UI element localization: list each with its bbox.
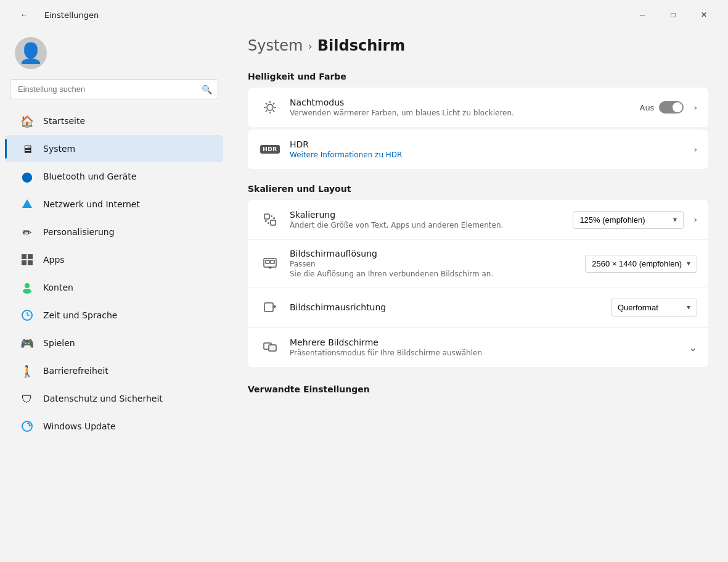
system-icon: 🖥	[20, 141, 35, 156]
konten-icon	[20, 280, 35, 295]
ausrichtung-text: Bildschirmausrichtung	[290, 302, 611, 312]
verwandte-title: Verwandte Einstellungen	[248, 384, 708, 394]
sidebar-item-label: Windows Update	[43, 421, 116, 431]
content-area: System › Bildschirm Helligkeit und Farbe	[228, 25, 728, 562]
section-title-skalieren: Skalieren und Layout	[248, 184, 708, 194]
nachtmodus-toggle[interactable]	[659, 101, 684, 114]
nachtmodus-label: Nachtmodus	[290, 97, 639, 107]
app-body: 👤 🔍 🏠 Startseite 🖥 System ⬤ Bluetooth un…	[0, 25, 728, 562]
skalierung-value: 125% (empfohlen)	[579, 215, 645, 225]
zeit-icon	[20, 308, 35, 323]
svg-line-19	[273, 103, 274, 104]
hdr-desc[interactable]: Weitere Informationen zu HDR	[290, 151, 689, 159]
nachtmodus-control: Aus ›	[639, 101, 697, 114]
sidebar-item-label: Barrierefreiheit	[43, 366, 108, 376]
aufloesung-dropdown[interactable]: 2560 × 1440 (empfohlen) ▾	[585, 255, 697, 273]
sidebar-item-label: Personalisierung	[43, 227, 115, 237]
sidebar-item-barrierefreiheit[interactable]: 🚶 Barrierefreiheit	[5, 357, 223, 384]
aufloesung-control: 2560 × 1440 (empfohlen) ▾	[585, 255, 697, 273]
sidebar-item-netzwerk[interactable]: Netzwerk und Internet	[5, 191, 223, 218]
svg-point-5	[25, 283, 30, 288]
sidebar-item-label: Startseite	[43, 116, 85, 126]
skalierung-icon	[259, 209, 281, 231]
svg-marker-0	[22, 199, 32, 208]
personalisierung-icon: ✏️	[20, 225, 35, 239]
nachtmodus-icon	[259, 96, 281, 118]
hdr-icon: HDR	[259, 138, 281, 160]
mehrere-row[interactable]: Mehrere Bildschirme Präsentationsmodus f…	[248, 328, 708, 367]
hdr-control: ›	[689, 144, 697, 154]
skalierung-text: Skalierung Ändert die Größe von Text, Ap…	[290, 210, 573, 229]
svg-line-18	[266, 110, 267, 112]
sidebar-profile: 👤	[0, 25, 228, 79]
svg-line-16	[266, 103, 267, 104]
svg-point-11	[267, 104, 273, 110]
hdr-text: HDR Weitere Informationen zu HDR	[290, 139, 689, 159]
hdr-row[interactable]: HDR HDR Weitere Informationen zu HDR ›	[248, 130, 708, 169]
home-icon: 🏠	[20, 114, 35, 128]
close-button[interactable]: ✕	[690, 5, 718, 25]
hdr-badge: HDR	[260, 145, 279, 154]
skalierung-row[interactable]: Skalierung Ändert die Größe von Text, Ap…	[248, 200, 708, 240]
sidebar-item-startseite[interactable]: 🏠 Startseite	[5, 107, 223, 134]
ausrichtung-control: Querformat ▾	[611, 299, 697, 316]
section-title-helligkeit: Helligkeit und Farbe	[248, 72, 708, 81]
title-bar: ← Einstellungen ─ □ ✕	[0, 0, 728, 25]
sidebar-item-zeit[interactable]: Zeit und Sprache	[5, 302, 223, 329]
title-bar-title: Einstellungen	[44, 10, 99, 20]
aufloesung-value: 2560 × 1440 (empfohlen)	[592, 259, 682, 268]
skalierung-dropdown-chevron: ▾	[673, 215, 677, 224]
spielen-icon: 🎮	[20, 336, 35, 350]
aufloesung-row[interactable]: Bildschirmauflösung Passen Sie die Auflö…	[248, 240, 708, 287]
svg-rect-3	[22, 260, 27, 265]
svg-rect-30	[269, 345, 276, 351]
search-input[interactable]	[10, 79, 218, 99]
sidebar-item-bluetooth[interactable]: ⬤ Bluetooth und Geräte	[5, 163, 223, 190]
ausrichtung-row[interactable]: Bildschirmausrichtung Querformat ▾	[248, 287, 708, 328]
sidebar-item-apps[interactable]: Apps	[5, 246, 223, 273]
windows-update-icon	[20, 419, 35, 434]
sidebar-item-label: Netzwerk und Internet	[43, 199, 140, 209]
aufloesung-text: Bildschirmauflösung Passen Sie die Auflö…	[290, 249, 585, 278]
skalierung-chevron: ›	[693, 215, 697, 225]
sidebar-item-windows-update[interactable]: Windows Update	[5, 413, 223, 440]
sidebar-nav: 🏠 Startseite 🖥 System ⬤ Bluetooth und Ge…	[0, 107, 228, 440]
maximize-button[interactable]: □	[659, 5, 687, 25]
skalierung-desc: Ändert die Größe von Text, Apps und ande…	[290, 221, 573, 229]
nachtmodus-toggle-label: Aus	[639, 103, 654, 112]
datenschutz-icon: 🛡	[20, 391, 35, 406]
sidebar-item-konten[interactable]: Konten	[5, 274, 223, 301]
sidebar-item-datenschutz[interactable]: 🛡 Datenschutz und Sicherheit	[5, 385, 223, 412]
mehrere-control: ⌄	[689, 342, 697, 353]
search-icon: 🔍	[202, 85, 212, 94]
ausrichtung-icon	[259, 296, 281, 318]
ausrichtung-dropdown[interactable]: Querformat ▾	[611, 299, 697, 316]
minimize-button[interactable]: ─	[628, 5, 656, 25]
sidebar-item-spielen[interactable]: 🎮 Spielen	[5, 329, 223, 357]
mehrere-icon	[259, 336, 281, 358]
nachtmodus-desc: Verwenden wärmerer Farben, um blaues Lic…	[290, 109, 639, 117]
bluetooth-icon: ⬤	[20, 169, 35, 184]
mehrere-text: Mehrere Bildschirme Präsentationsmodus f…	[290, 337, 689, 357]
aufloesung-desc2: Sie die Auflösung an Ihren verbundenen B…	[290, 270, 585, 278]
ausrichtung-dropdown-chevron: ▾	[687, 303, 690, 312]
sidebar-search-container: 🔍	[10, 79, 218, 99]
mehrere-chevron: ⌄	[689, 342, 697, 353]
sidebar-item-system[interactable]: 🖥 System	[5, 135, 223, 162]
title-bar-controls: ─ □ ✕	[628, 5, 718, 25]
sidebar-item-label: Zeit und Sprache	[43, 310, 117, 320]
nachtmodus-row[interactable]: Nachtmodus Verwenden wärmerer Farben, um…	[248, 88, 708, 127]
svg-rect-1	[22, 254, 27, 259]
aufloesung-dropdown-chevron: ▾	[687, 259, 690, 268]
hdr-card: HDR HDR Weitere Informationen zu HDR ›	[248, 130, 708, 169]
breadcrumb-separator: ›	[308, 39, 313, 52]
avatar-icon: 👤	[18, 43, 43, 63]
back-button[interactable]: ←	[10, 5, 38, 25]
skalierung-label: Skalierung	[290, 210, 573, 220]
nachtmodus-text: Nachtmodus Verwenden wärmerer Farben, um…	[290, 97, 639, 117]
aufloesung-label: Bildschirmauflösung	[290, 249, 585, 258]
sidebar-item-personalisierung[interactable]: ✏️ Personalisierung	[5, 218, 223, 246]
ausrichtung-value: Querformat	[618, 303, 658, 312]
apps-icon	[20, 252, 35, 267]
skalierung-dropdown[interactable]: 125% (empfohlen) ▾	[573, 211, 684, 229]
